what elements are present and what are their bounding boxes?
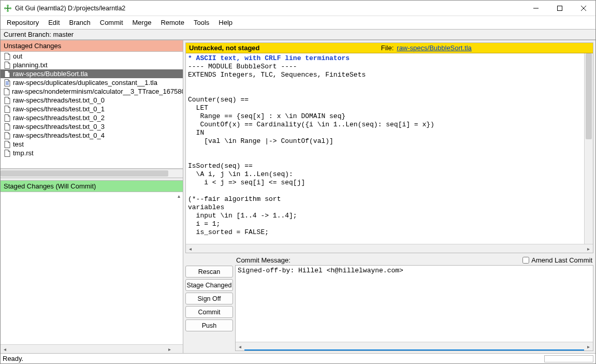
menu-edit[interactable]: Edit: [44, 17, 64, 28]
minimize-button[interactable]: [524, 1, 548, 16]
file-row[interactable]: out: [1, 52, 183, 61]
current-branch-label: Current Branch:: [4, 31, 51, 38]
svg-point-5: [9, 7, 11, 9]
diff-body[interactable]: * ASCII text, with CRLF line terminators…: [186, 53, 584, 244]
status-progress-box: [544, 355, 593, 362]
file-icon: [4, 70, 11, 78]
diff-header: Untracked, not staged File: raw-specs/Bu…: [186, 43, 593, 53]
file-row[interactable]: raw-specs/threads/test.txt_0_3: [1, 122, 183, 131]
diff-vscrollbar[interactable]: [584, 53, 593, 244]
commit-button[interactable]: Commit: [185, 306, 233, 318]
file-name: test: [13, 140, 24, 148]
current-branch-line: Current Branch: master: [1, 29, 595, 40]
diff-pane: Untracked, not staged File: raw-specs/Bu…: [185, 42, 593, 253]
file-row[interactable]: raw-specs/nondeterminism/calculator__3_T…: [1, 87, 183, 96]
current-branch-value: master: [53, 31, 74, 38]
statusbar: Ready.: [1, 353, 595, 363]
scroll-up-icon[interactable]: ▴: [176, 193, 182, 199]
menu-tools[interactable]: Tools: [190, 17, 213, 28]
file-row[interactable]: raw-specs/threads/test.txt_0_4: [1, 131, 183, 140]
menubar: RepositoryEditBranchCommitMergeRemoteToo…: [1, 16, 595, 29]
scroll-right-icon[interactable]: ▸: [584, 244, 593, 253]
file-name: raw-specs/threads/test.txt_0_4: [13, 132, 105, 139]
titlebar: Git Gui (learntla2) D:/projects/learntla…: [1, 1, 595, 16]
sign-off-button[interactable]: Sign Off: [185, 293, 233, 304]
staged-header: Staged Changes (Will Commit): [1, 181, 183, 192]
menu-help[interactable]: Help: [214, 17, 237, 28]
file-row[interactable]: raw-specs/BubbleSort.tla: [1, 69, 183, 78]
file-name: raw-specs/threads/test.txt_0_1: [13, 105, 105, 113]
push-button[interactable]: Push: [185, 319, 233, 331]
file-icon: [4, 106, 11, 113]
scroll-right-icon[interactable]: ▸: [584, 342, 593, 351]
close-button[interactable]: [572, 1, 595, 16]
file-row[interactable]: planning.txt: [1, 61, 183, 69]
amend-label-text: Amend Last Commit: [531, 256, 592, 264]
file-name: out: [13, 52, 22, 60]
menu-repository[interactable]: Repository: [3, 17, 43, 28]
scroll-left-icon[interactable]: ◂: [1, 345, 9, 354]
file-icon: [4, 141, 11, 148]
file-row[interactable]: raw-specs/threads/test.txt_0_0: [1, 96, 183, 105]
file-row[interactable]: tmp.rst: [1, 149, 183, 157]
rescan-button[interactable]: Rescan: [185, 266, 233, 278]
menu-remote[interactable]: Remote: [156, 17, 188, 28]
maximize-button[interactable]: [548, 1, 572, 16]
unstaged-file-list[interactable]: outplanning.txtraw-specs/BubbleSort.tlar…: [1, 52, 183, 169]
diff-file-label: File:: [381, 44, 394, 52]
file-icon: [4, 150, 11, 157]
file-name: raw-specs/BubbleSort.tla: [13, 70, 88, 78]
file-icon: [4, 97, 11, 104]
menu-branch[interactable]: Branch: [65, 17, 95, 28]
svg-point-4: [4, 7, 6, 9]
file-row[interactable]: raw-specs/threads/test.txt_0_2: [1, 113, 183, 122]
menu-commit[interactable]: Commit: [96, 17, 127, 28]
file-name: raw-specs/nondeterminism/calculator__3_T…: [12, 88, 183, 95]
app-icon: [4, 4, 12, 12]
commit-area: Rescan Stage Changed Sign Off Commit Pus…: [185, 255, 593, 351]
scroll-left-icon[interactable]: ◂: [186, 244, 195, 253]
svg-point-2: [7, 5, 9, 7]
file-name: raw-specs/threads/test.txt_0_2: [13, 114, 105, 122]
commit-button-column: Rescan Stage Changed Sign Off Commit Pus…: [185, 255, 233, 351]
file-icon: [4, 62, 11, 69]
menu-merge[interactable]: Merge: [128, 17, 156, 28]
file-row[interactable]: raw-specs/duplicates/duplicates_constant…: [1, 78, 183, 87]
file-row[interactable]: raw-specs/threads/test.txt_0_1: [1, 105, 183, 113]
file-icon: [4, 132, 11, 139]
svg-point-3: [7, 10, 9, 12]
file-name: raw-specs/threads/test.txt_0_0: [13, 96, 105, 104]
svg-rect-7: [558, 6, 562, 10]
file-name: planning.txt: [13, 61, 48, 69]
file-icon: [4, 88, 10, 95]
stage-changed-button[interactable]: Stage Changed: [185, 279, 233, 291]
staged-hscrollbar[interactable]: ◂ ▸: [1, 344, 183, 353]
diff-status: Untracked, not staged: [189, 44, 260, 52]
commit-message-input[interactable]: [236, 266, 593, 342]
diff-content: ---- MODULE BubbleSort ---- EXTENDS Inte…: [188, 63, 582, 237]
file-modified-icon: [4, 79, 11, 86]
file-icon: [4, 123, 11, 130]
commit-msg-hscrollbar[interactable]: ◂ ▸: [236, 342, 593, 351]
amend-last-commit-checkbox[interactable]: Amend Last Commit: [522, 256, 592, 264]
diff-file-link[interactable]: raw-specs/BubbleSort.tla: [397, 44, 472, 52]
amend-checkbox-input[interactable]: [522, 257, 529, 264]
file-name: raw-specs/duplicates/duplicates_constant…: [13, 79, 157, 86]
file-name: raw-specs/threads/test.txt_0_3: [13, 123, 105, 130]
status-text: Ready.: [3, 355, 23, 362]
diff-hscrollbar[interactable]: ◂ ▸: [186, 244, 593, 253]
window-title: Git Gui (learntla2) D:/projects/learntla…: [15, 5, 125, 12]
file-icon: [4, 114, 11, 122]
unstaged-hscrollbar[interactable]: [1, 169, 183, 178]
file-name: tmp.rst: [13, 149, 34, 157]
file-icon: [4, 53, 11, 60]
file-row[interactable]: test: [1, 140, 183, 149]
commit-message-label: Commit Message:: [236, 256, 290, 264]
diff-meta-line: * ASCII text, with CRLF line terminators: [188, 54, 582, 63]
unstaged-header: Unstaged Changes: [1, 40, 183, 52]
scroll-right-icon[interactable]: ▸: [165, 345, 174, 354]
scroll-left-icon[interactable]: ◂: [236, 342, 244, 351]
staged-file-list[interactable]: ▴: [1, 192, 183, 344]
